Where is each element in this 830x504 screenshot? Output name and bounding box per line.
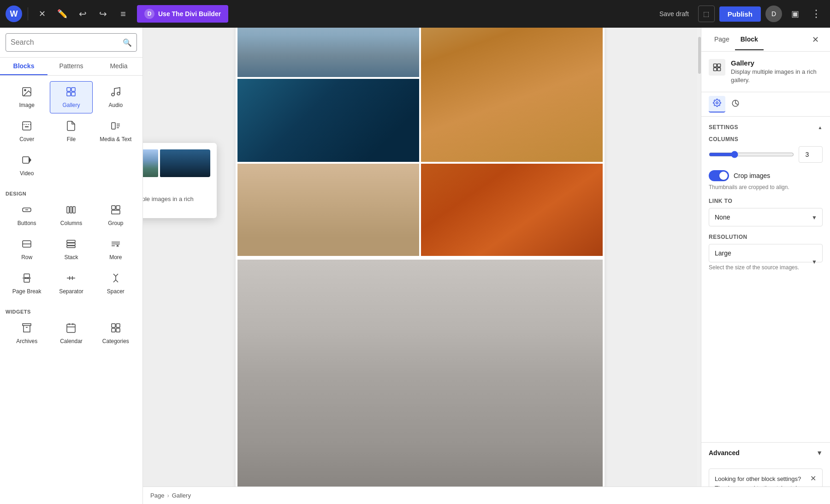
block-item-spacer[interactable]: Spacer bbox=[95, 267, 137, 300]
buttons-block-icon bbox=[21, 204, 32, 218]
block-item-page-break[interactable]: Page Break bbox=[6, 267, 48, 300]
block-item-file[interactable]: File bbox=[50, 115, 92, 148]
gallery-img-ocean[interactable] bbox=[237, 79, 419, 162]
resolution-select[interactable]: Thumbnail Medium Large Full Size bbox=[709, 244, 823, 262]
cover-block-label: Cover bbox=[19, 136, 34, 142]
advanced-label: Advanced bbox=[709, 449, 740, 457]
svg-point-7 bbox=[117, 92, 120, 95]
close-panel-button[interactable]: ✕ bbox=[808, 32, 823, 47]
crop-images-toggle[interactable] bbox=[709, 170, 729, 181]
gallery-img-orange-room[interactable] bbox=[421, 164, 603, 256]
gallery-img-warm-room[interactable] bbox=[421, 28, 603, 162]
gallery-middle-row bbox=[236, 164, 605, 258]
svg-rect-22 bbox=[67, 240, 75, 243]
block-item-categories[interactable]: Categories bbox=[95, 317, 137, 350]
video-block-icon bbox=[21, 154, 32, 168]
sidebar-toggle-button[interactable]: ▣ bbox=[787, 6, 803, 22]
block-item-group[interactable]: Group bbox=[95, 199, 137, 231]
save-draft-button[interactable]: Save draft bbox=[655, 7, 694, 20]
preview-button[interactable]: ⬚ bbox=[698, 6, 715, 22]
list-view-button[interactable]: ≡ bbox=[115, 6, 131, 22]
preview-icon: ⬚ bbox=[703, 10, 709, 18]
block-item-separator[interactable]: Separator bbox=[50, 267, 92, 300]
block-item-stack[interactable]: Stack bbox=[50, 233, 92, 266]
block-item-video[interactable]: Video bbox=[6, 149, 48, 182]
block-item-gallery[interactable]: Gallery bbox=[50, 81, 92, 113]
separator-block-icon bbox=[65, 273, 77, 286]
block-inserter: 🔍 Blocks Patterns Media Image bbox=[0, 28, 143, 504]
breadcrumb-item-gallery[interactable]: Gallery bbox=[172, 492, 191, 499]
block-item-columns[interactable]: Columns bbox=[50, 199, 92, 231]
search-icon: 🔍 bbox=[123, 38, 132, 47]
close-button[interactable]: ✕ bbox=[34, 6, 50, 22]
gallery-left-col bbox=[237, 28, 419, 162]
undo-icon: ↩ bbox=[79, 8, 87, 19]
avatar-button[interactable]: D bbox=[765, 6, 782, 22]
tab-media[interactable]: Media bbox=[95, 58, 142, 75]
svg-rect-14 bbox=[67, 207, 69, 213]
block-item-cover[interactable]: Cover bbox=[6, 115, 48, 148]
block-item-buttons[interactable]: Buttons bbox=[6, 199, 48, 231]
wp-logo[interactable]: W bbox=[6, 6, 22, 22]
block-item-media-text[interactable]: Media & Text bbox=[95, 115, 137, 148]
panel-block-icon bbox=[709, 59, 725, 76]
search-input[interactable] bbox=[11, 38, 123, 47]
redo-button[interactable]: ↪ bbox=[95, 6, 111, 22]
tooltip-img-mountains bbox=[143, 149, 158, 177]
more-options-button[interactable]: ⋮ bbox=[808, 6, 824, 22]
svg-rect-24 bbox=[67, 246, 75, 248]
settings-section: Settings COLUMNS 3 Crop images bbox=[709, 124, 823, 271]
search-box: 🔍 bbox=[0, 28, 142, 58]
svg-rect-50 bbox=[717, 68, 721, 71]
svg-rect-17 bbox=[112, 206, 115, 209]
svg-rect-23 bbox=[67, 243, 75, 245]
video-block-label: Video bbox=[20, 170, 34, 177]
tab-block[interactable]: Block bbox=[735, 29, 764, 50]
more-block-icon bbox=[110, 238, 121, 252]
block-item-audio[interactable]: Audio bbox=[95, 81, 137, 113]
block-item-archives[interactable]: Archives bbox=[6, 317, 48, 350]
panel-view-tabs bbox=[701, 92, 830, 117]
link-to-select[interactable]: None Media File Attachment Page bbox=[709, 208, 823, 226]
block-item-more[interactable]: More bbox=[95, 233, 137, 266]
calendar-block-label: Calendar bbox=[60, 338, 83, 344]
gallery-tooltip-desc: Display multiple images in a rich galler… bbox=[143, 195, 210, 212]
publish-button[interactable]: Publish bbox=[719, 6, 761, 22]
block-item-calendar[interactable]: Calendar bbox=[50, 317, 92, 350]
style-view-tab[interactable] bbox=[727, 96, 744, 113]
columns-value-input[interactable]: 3 bbox=[799, 146, 823, 163]
svg-rect-47 bbox=[714, 64, 717, 67]
svg-rect-28 bbox=[24, 274, 30, 278]
pencil-icon-button[interactable]: ✏️ bbox=[54, 6, 71, 22]
advanced-section[interactable]: Advanced ▼ bbox=[701, 442, 830, 463]
resolution-hint: Select the size of the source images. bbox=[709, 264, 823, 271]
svg-rect-2 bbox=[67, 88, 71, 91]
divi-builder-button[interactable]: D Use The Divi Builder bbox=[137, 5, 228, 23]
gallery-img-dining[interactable] bbox=[237, 164, 419, 256]
svg-rect-16 bbox=[73, 207, 75, 213]
block-item-image[interactable]: Image bbox=[6, 81, 48, 113]
breadcrumb-item-page[interactable]: Page bbox=[150, 492, 164, 499]
tab-patterns[interactable]: Patterns bbox=[47, 58, 95, 75]
tab-page[interactable]: Page bbox=[709, 29, 735, 50]
content-area: Gallery Display multiple images in a ric… bbox=[143, 28, 697, 504]
tab-blocks[interactable]: Blocks bbox=[0, 58, 47, 75]
buttons-block-label: Buttons bbox=[18, 220, 36, 226]
settings-section-header[interactable]: Settings bbox=[709, 124, 823, 130]
panel-block-name: Gallery bbox=[731, 59, 823, 67]
gallery-img-mountains[interactable] bbox=[237, 28, 419, 77]
undo-button[interactable]: ↩ bbox=[74, 6, 91, 22]
tip-close-button[interactable]: ✕ bbox=[807, 473, 818, 484]
settings-view-tab[interactable] bbox=[709, 96, 725, 113]
gallery-img-living[interactable] bbox=[237, 260, 603, 490]
svg-rect-49 bbox=[714, 68, 717, 71]
gallery-block-label: Gallery bbox=[62, 102, 80, 108]
link-to-label: LINK TO bbox=[709, 198, 823, 204]
block-item-row[interactable]: Row bbox=[6, 233, 48, 266]
advanced-chevron-icon: ▼ bbox=[816, 449, 823, 457]
svg-rect-8 bbox=[23, 122, 31, 130]
gallery-tooltip: Gallery Display multiple images in a ric… bbox=[143, 143, 217, 218]
columns-slider[interactable] bbox=[709, 151, 794, 158]
columns-row: 3 bbox=[709, 146, 823, 163]
columns-control: COLUMNS 3 bbox=[709, 136, 823, 163]
